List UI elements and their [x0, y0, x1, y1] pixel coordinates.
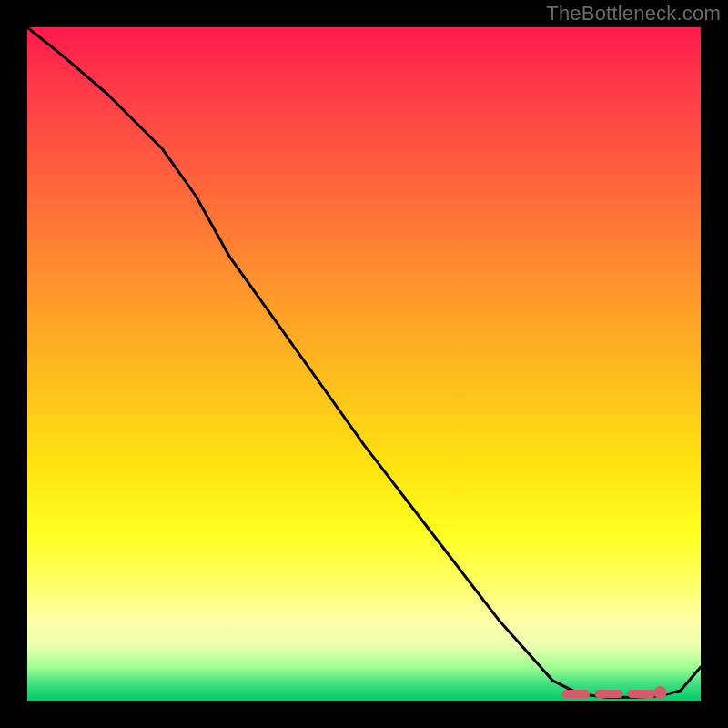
- marker-dot: [654, 686, 667, 699]
- attribution-label: TheBottleneck.com: [546, 2, 721, 25]
- plot-area: [27, 27, 701, 701]
- chart-frame: TheBottleneck.com: [0, 0, 728, 728]
- curve-line: [27, 27, 701, 697]
- chart-svg: [27, 27, 701, 701]
